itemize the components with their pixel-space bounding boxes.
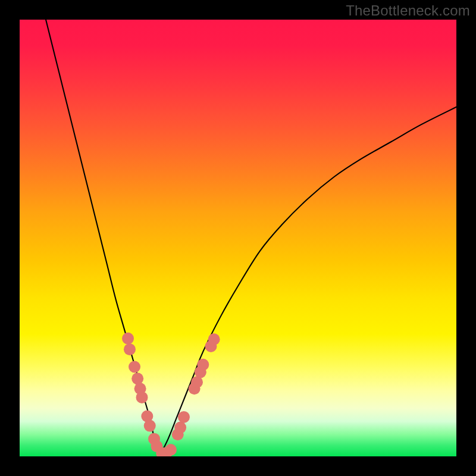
plot-area: [20, 20, 456, 456]
data-marker: [165, 444, 177, 456]
data-marker: [131, 372, 143, 384]
curve-right-branch: [159, 107, 456, 456]
data-marker: [129, 361, 140, 373]
data-marker: [144, 420, 156, 432]
data-marker: [208, 333, 220, 345]
data-marker: [174, 422, 186, 434]
data-marker: [136, 392, 148, 403]
data-marker: [122, 333, 134, 345]
data-marker: [124, 343, 136, 355]
curve-lines: [46, 20, 456, 456]
bottleneck-curve: [20, 20, 456, 456]
watermark-text: TheBottleneck.com: [346, 2, 470, 19]
data-marker: [197, 359, 209, 371]
chart-frame: TheBottleneck.com: [0, 0, 476, 476]
data-marker: [178, 411, 190, 423]
data-markers: [122, 333, 220, 456]
